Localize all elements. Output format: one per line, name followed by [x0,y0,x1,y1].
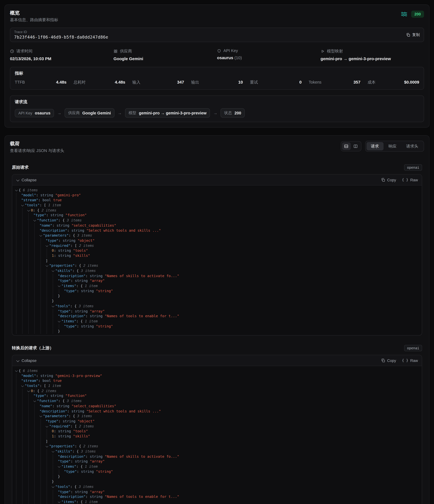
chevron-down-icon[interactable] [45,264,49,267]
collapse-button[interactable]: Collapse [16,178,36,182]
indent-guide [46,284,53,288]
indent-guide [22,439,28,444]
json-token: "type" [64,469,77,474]
chevron-down-icon[interactable] [27,389,31,392]
indent-guide [16,208,22,213]
chevron-down-icon[interactable] [21,384,25,387]
json-line: "properties": { 2 items [16,444,419,449]
indent-guide [16,268,22,273]
json-token: string [90,274,105,278]
chevron-down-icon[interactable] [45,243,49,247]
json-line-content: "items": { 1 item [58,319,98,324]
json-line-content: "required": [ 2 items [45,243,94,248]
chevron-down-icon[interactable] [27,208,31,211]
json-token: "Select which tools and skills ..." [86,409,161,413]
indent-guide [22,228,28,233]
json-token: "tools" [73,429,88,433]
copy-json-label: Copy [387,178,396,182]
indent-guide [16,414,22,419]
json-line-content: 1: string "skills" [52,434,90,439]
json-token: string [72,409,86,413]
tab-response[interactable]: 响应 [384,142,401,151]
copy-trace-button[interactable]: 复制 [406,32,420,38]
indent-guide [46,319,53,324]
indent-guide [22,444,28,449]
copy-json-button[interactable]: Copy [381,358,396,363]
chevron-down-icon[interactable] [58,284,62,287]
layout-split-columns-button[interactable] [351,142,360,150]
indent-guide [22,489,28,494]
indent-guide [41,469,47,474]
chevron-down-icon[interactable] [58,319,62,322]
json-line: "description": string "Select which tool… [16,409,419,414]
json-line: ] [16,258,419,263]
collapse-button[interactable]: Collapse [16,358,36,363]
layout-split-rows-button[interactable] [342,142,351,150]
chevron-down-icon[interactable] [45,444,49,448]
json-line: "items": { 1 item [16,319,419,324]
indent-guide [22,329,28,334]
info-label: 模型映射 [321,48,424,54]
copy-json-button[interactable]: Copy [381,178,396,182]
indent-guide [16,489,22,494]
arrow-right-icon: → [118,110,122,115]
chevron-down-icon[interactable] [52,449,55,452]
chevron-down-icon[interactable] [52,304,55,307]
json-token: string [51,213,65,217]
json-token: 1 item [85,500,98,504]
indent-guide [16,258,22,263]
json-token: : [36,374,40,378]
json-token: : [86,454,90,459]
chevron-down-icon[interactable] [15,369,19,372]
indent-guide [16,404,22,409]
chevron-down-icon[interactable] [52,485,55,488]
json-token: "type" [58,459,71,464]
chevron-down-icon[interactable] [40,414,43,417]
json-token: "function" [65,394,87,398]
play-icon [321,49,325,54]
json-token: "Names of skills to activate fo..." [105,454,179,459]
json-token: string [58,253,73,258]
chevron-down-icon[interactable] [15,188,19,191]
json-token: "type" [64,324,77,328]
chevron-down-icon[interactable] [58,500,62,503]
chevron-down-icon[interactable] [40,233,43,237]
json-token: : [77,289,81,293]
copy-icon [381,358,385,362]
indent-guide [16,253,22,258]
indent-guide [22,298,28,304]
indent-guide [28,419,35,424]
layout-toggle-group [341,141,361,151]
chevron-down-icon[interactable] [33,399,37,402]
indent-guide [22,263,28,268]
indent-guide [28,409,35,414]
indent-guide [46,469,53,474]
info-value: 02/13/2026, 10:03 PM [10,56,113,61]
chevron-down-icon[interactable] [52,269,55,272]
chevron-down-icon[interactable] [33,218,37,221]
json-token: "function" [65,213,87,217]
json-toolbar: Collapse Copy { } Raw [12,175,422,186]
tab-request[interactable]: 请求 [366,142,383,151]
raw-request-header: 原始请求 openai [12,164,422,171]
indent-guide [22,404,28,409]
json-line: "tools": [ 1 item [16,383,419,388]
chevron-down-icon[interactable] [21,203,25,207]
json-token: 3 items [79,485,94,489]
raw-toggle-button[interactable]: { } Raw [402,178,418,182]
raw-toggle-button[interactable]: { } Raw [402,358,418,363]
json-token: 0 [52,429,54,433]
metric-label: Tokens [309,80,322,85]
json-line-content: "type": string "object" [45,238,95,243]
json-token: "select_capabilities" [72,404,116,408]
json-token: "array" [90,459,105,464]
metric-item: 重试0 [250,80,302,85]
tab-headers[interactable]: 请求头 [402,142,423,151]
json-token: "tools" [73,249,88,253]
indent-guide [28,459,35,464]
chevron-down-icon[interactable] [45,424,49,427]
chevron-down-icon[interactable] [58,464,62,468]
collapse-label: Collapse [22,178,36,182]
indent-guide [22,268,28,273]
json-line: "name": string "select_capabilities" [16,404,419,409]
